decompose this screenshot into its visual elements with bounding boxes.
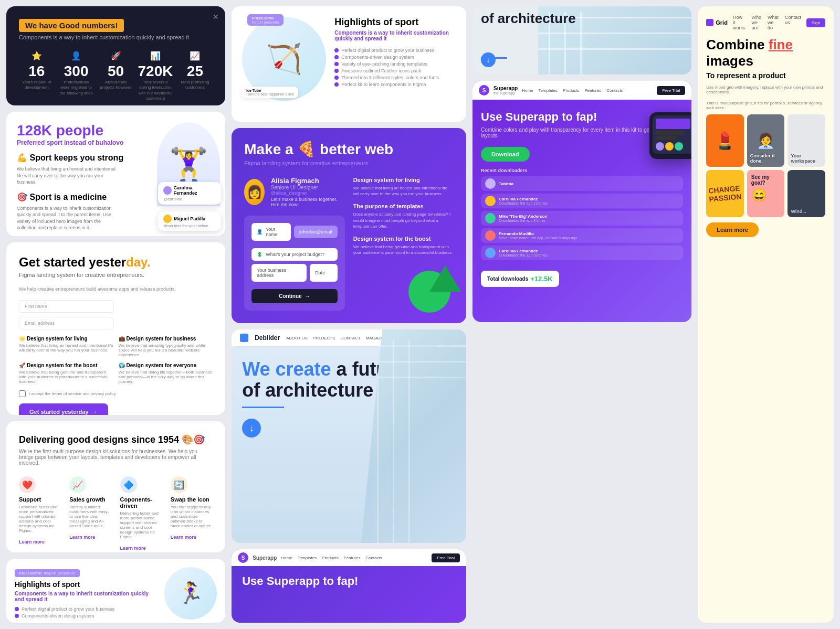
superapp-nav-contacts[interactable]: Contacts [606, 88, 623, 93]
grid-desc-1: Use mood grid with imagery, replace with… [706, 85, 825, 94]
downloader-avatar-4 [485, 248, 496, 258]
superapp-bottom-cta[interactable]: Free Trial [432, 553, 460, 562]
snav-products[interactable]: Products [322, 556, 339, 560]
img-workspace: Your workspace [788, 114, 825, 167]
superapp-nav-features[interactable]: Features [585, 88, 602, 93]
web-col-1: Design system for living We believe that… [353, 177, 454, 197]
stats-grid: ⭐ 16 Years of pain of development 👤 300 … [19, 51, 213, 102]
feature-living-icon: 🌟 [19, 336, 25, 342]
grid-nav: How it works Who we are What we do Conta… [733, 15, 801, 30]
grid-header: Grid How it works Who we are What we do … [706, 15, 825, 30]
web-col-2: The purpose of templates Does anyone act… [353, 203, 454, 229]
get-started-subtitle: Figma landing system for creative entrep… [19, 272, 213, 278]
downloader-avatar-0 [485, 178, 496, 189]
user-badge-role: Insport presenter [44, 571, 75, 575]
stat-icon-rev: 📊 [138, 51, 173, 61]
better-web-columns: Design system for living We believe that… [353, 177, 454, 311]
highlights-bottom-inner: Krassuschkl Insport presenter Highlights… [15, 567, 217, 620]
sales-icon: 📈 [69, 476, 86, 493]
feature-boost-icon: 🚀 [19, 363, 25, 368]
components-learn-more[interactable]: Learn more [120, 546, 146, 551]
superapp-bottom-nav: Home Templates Products Features Contact… [281, 556, 427, 560]
superapp-nav-products[interactable]: Products [563, 88, 580, 93]
feature-everyone: 🌍Design system for everyone We believe t… [119, 363, 213, 384]
learn-more-button[interactable]: Learn more [706, 222, 759, 237]
support-learn-more[interactable]: Learn more [19, 539, 45, 545]
stat-customers: 📈 25 Most promising customers [177, 51, 213, 102]
superapp-bottom-header: S Superapp Home Templates Products Featu… [232, 549, 466, 566]
address-input[interactable]: Your business address [251, 264, 307, 282]
arch-heading-arch: of architecture [242, 379, 373, 401]
grid-logo-icon [706, 19, 713, 26]
snav-features[interactable]: Features [344, 556, 361, 560]
grid-nav-contact[interactable]: Contact us [785, 15, 801, 30]
date-input[interactable]: Date [310, 264, 338, 282]
continue-button[interactable]: Continue → [251, 289, 337, 303]
first-name-input[interactable]: First name [19, 300, 114, 313]
grid-signup-button[interactable]: Sign [806, 18, 825, 27]
budget-input[interactable]: 💲 What's your project budget? [251, 248, 337, 261]
email-input[interactable]: Email address [19, 317, 114, 329]
better-web-title: Make a 🍕 better web [244, 141, 454, 158]
superapp-nav-home[interactable]: Home [522, 88, 533, 93]
email-input-web[interactable]: johndoe@email [294, 226, 338, 238]
phone-bar-1 [656, 119, 690, 129]
swap-learn-more[interactable]: Learn more [171, 535, 196, 540]
support-icon: ❤️ [19, 476, 36, 493]
superapp-bottom-headline: Use Superapp to fap! [242, 574, 456, 588]
user-name-2: Miguel Padilla [174, 216, 205, 221]
arch-top-title: of architecture [481, 12, 691, 25]
stat-icon-years: ⭐ [19, 51, 54, 61]
downloader-info-2: Mike 'The Big' Anderson Downloaded the a… [499, 214, 547, 222]
profile-row: 👩 Alisia Figmach Seniore UI Designer @al… [244, 177, 344, 207]
highlights-sport-content: Highlights of sport Components is a way … [334, 17, 456, 89]
check-dot-1 [15, 607, 19, 611]
good-numbers-card: ✕ We have Good numbers! Components is a … [6, 6, 225, 105]
highlights-bottom-content: Krassuschkl Insport presenter Highlights… [15, 567, 153, 620]
design-features: 🌟Design system for living We believe tha… [19, 336, 213, 384]
snav-contacts[interactable]: Contacts [365, 556, 382, 560]
get-started-card: Get started yesterday. Figma landing sys… [6, 242, 225, 415]
terms-checkbox[interactable] [19, 390, 26, 397]
snav-templates[interactable]: Templates [298, 556, 317, 560]
nav-contact[interactable]: CONTACT [341, 336, 361, 340]
close-icon[interactable]: ✕ [213, 13, 219, 21]
profile-handle: @alisia_designer [271, 190, 345, 196]
stat-label-cust: Most promising customers [177, 80, 213, 91]
download-button[interactable]: Download [481, 147, 530, 162]
arch-logo-icon [240, 334, 248, 342]
superapp-cta-button[interactable]: Free Trial [657, 86, 685, 95]
grid-nav-works[interactable]: How it works [733, 15, 746, 30]
sales-text: Identify qualified customers with easy-t… [69, 505, 111, 528]
components-icon: 🔷 [120, 476, 137, 493]
snav-home[interactable]: Home [281, 556, 292, 560]
grid-nav-whowe[interactable]: Who we are [751, 15, 761, 30]
grid-nav-whatwe[interactable]: What we do [768, 15, 779, 30]
downloader-2: Mike 'The Big' Anderson Downloaded the a… [481, 211, 683, 226]
superapp-nav: Home Templates Products Features Contact… [522, 88, 653, 93]
nav-about[interactable]: ABOUT US [286, 336, 308, 340]
sport-hero-image: 🏹 Krassuschkl Insport presenter Ice Tube… [242, 17, 326, 101]
phone-avatar-2 [665, 142, 674, 151]
get-started-desc: We help creative entrepreneurs build awe… [19, 286, 213, 292]
nav-projects[interactable]: PROJECTS [313, 336, 335, 340]
services-grid: ❤️ Support Delivering faster and more pe… [19, 476, 213, 552]
highlights-feature-2: Components-driven design system [15, 613, 153, 619]
sales-learn-more[interactable]: Learn more [69, 535, 95, 540]
grid-logo-text: Grid [716, 19, 728, 26]
stat-number-rev: 720K [138, 63, 173, 80]
service-support: ❤️ Support Delivering faster and more pe… [19, 476, 61, 552]
128k-unit: people [56, 122, 103, 138]
better-web-main: 👩 Alisia Figmach Seniore UI Designer @al… [244, 177, 454, 311]
arch-down-button[interactable]: ↓ [242, 419, 261, 438]
profile-info: Alisia Figmach Seniore UI Designer @alis… [271, 177, 345, 207]
good-designs-desc: We're the first multi-purpose design kit… [19, 449, 213, 466]
name-input[interactable]: 👤 Your name [251, 223, 291, 241]
arch-top-down-btn[interactable]: ↓ [481, 52, 496, 67]
phone-screen [653, 115, 691, 154]
superapp-nav-templates[interactable]: Templates [539, 88, 558, 93]
get-started-button[interactable]: Get started yesterday → [19, 403, 108, 415]
highlights-sport-list: Perfect digital product to grow your bus… [334, 48, 456, 87]
arrow-icon: → [92, 409, 98, 415]
img-lipstick: 💄 [706, 114, 744, 167]
